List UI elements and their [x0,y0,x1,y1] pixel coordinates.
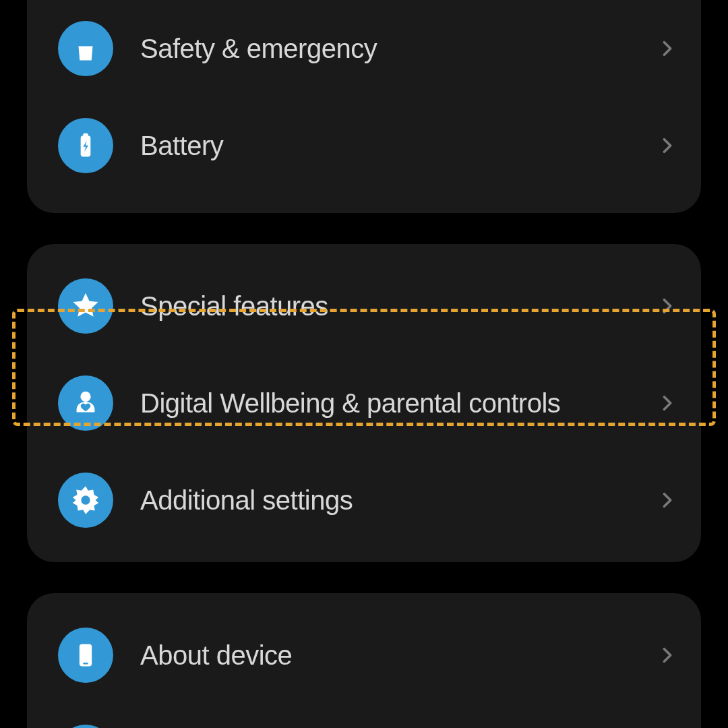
device-icon [58,628,113,683]
svg-point-2 [80,392,90,402]
row-label: Battery [140,131,658,161]
chevron-right-icon [658,646,677,665]
svg-rect-5 [83,663,88,665]
chevron-right-icon [658,39,677,58]
chevron-right-icon [658,394,677,413]
star-icon [58,278,113,334]
settings-card: Special features Digital Wellbeing & par… [27,244,701,562]
chevron-right-icon [658,491,677,510]
row-label: Digital Wellbeing & parental controls [140,388,658,419]
row-special-features[interactable]: Special features [27,257,701,355]
settings-card: Safety & emergency Battery [27,0,701,213]
row-users-accounts[interactable]: Users & accounts [27,704,701,728]
chevron-right-icon [658,297,677,315]
row-digital-wellbeing[interactable]: Digital Wellbeing & parental controls [27,355,701,452]
heart-person-icon [58,375,113,431]
settings-card: About device Users & accounts [27,593,701,728]
person-icon [58,725,113,728]
settings-screen: Safety & emergency Battery [0,0,728,661]
chevron-right-icon [658,136,677,155]
gear-star-icon [58,473,113,528]
health-icon [58,21,113,76]
row-label: About device [140,640,658,671]
row-label: Additional settings [140,485,658,516]
svg-point-3 [81,495,90,504]
row-label: Safety & emergency [140,34,658,64]
row-additional-settings[interactable]: Additional settings [27,452,701,549]
row-label: Special features [140,291,658,322]
row-battery[interactable]: Battery [27,97,701,194]
svg-rect-1 [83,133,88,137]
row-about-device[interactable]: About device [27,607,701,704]
row-safety[interactable]: Safety & emergency [27,0,701,97]
battery-icon [58,118,113,173]
